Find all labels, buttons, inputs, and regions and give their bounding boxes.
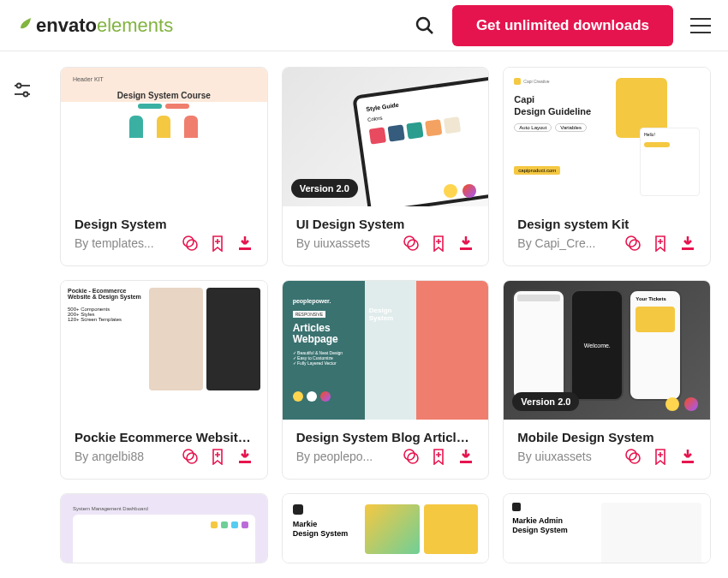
version-badge: Version 2.0 (291, 179, 358, 198)
card-body: Design System By templates... (61, 206, 267, 265)
thumb-title-1: Capi (514, 94, 534, 104)
card-thumbnail: peoplepower. RESPONSIVE ArticlesWebpage … (283, 281, 489, 420)
header: envato elements Get unlimited downloads (0, 0, 728, 51)
card-body: Pockie Ecommerce Website De... By angelb… (61, 420, 267, 479)
bookmark-icon[interactable] (430, 448, 447, 465)
result-card[interactable]: Pockie - Ecommerce Website & Design Syst… (60, 280, 268, 480)
version-badge: Version 2.0 (512, 392, 579, 411)
result-card[interactable]: Markie AdminDesign System (503, 493, 711, 563)
thumb-title-1: Articles (293, 322, 331, 334)
thumb-line: 120+ Screen Templates (68, 317, 142, 322)
svg-rect-25 (239, 461, 251, 463)
result-card[interactable]: Header KIT Design System Course Design S… (60, 67, 268, 266)
svg-rect-15 (460, 247, 472, 250)
thumb-title-1: Markie (293, 520, 318, 528)
download-icon[interactable] (457, 448, 474, 465)
card-thumbnail: Header KIT Design System Course (61, 68, 267, 206)
bookmark-icon[interactable] (652, 235, 669, 252)
similar-icon[interactable] (182, 448, 199, 465)
bookmark-icon[interactable] (209, 448, 226, 465)
thumb-title: System Management Dashboard (73, 506, 255, 511)
result-card[interactable]: Welcome. Your Tickets Version 2.0 Mobile… (503, 280, 711, 480)
thumb-title-1: Markie Admin (512, 516, 563, 525)
download-icon[interactable] (679, 448, 696, 465)
similar-icon[interactable] (624, 448, 641, 465)
thumb-title-2: Design System (293, 529, 349, 538)
card-author[interactable]: By uiuxassets (517, 450, 591, 463)
card-author[interactable]: By peoplepo... (296, 450, 373, 463)
thumb-title-2: Design Guideline (514, 106, 591, 116)
svg-point-0 (417, 18, 429, 30)
card-thumbnail: System Management Dashboard (61, 494, 267, 563)
card-title: Design system Kit (517, 217, 696, 231)
svg-rect-20 (682, 247, 694, 250)
header-right: Get unlimited downloads (415, 5, 711, 46)
leaf-icon (17, 15, 33, 37)
card-thumbnail: MarkieDesign System (283, 494, 489, 563)
logo[interactable]: envato elements (17, 15, 173, 37)
similar-icon[interactable] (182, 235, 199, 252)
thumb-title: Design System Course (117, 91, 211, 100)
filter-icon[interactable] (14, 86, 31, 100)
download-icon[interactable] (236, 235, 254, 252)
content: Header KIT Design System Course Design S… (0, 51, 728, 563)
svg-point-3 (17, 84, 21, 88)
search-icon[interactable] (415, 15, 435, 36)
result-card[interactable]: MarkieDesign System (282, 493, 490, 563)
filter-sidebar (7, 67, 38, 563)
card-body: UI Design System By uiuxassets (283, 206, 489, 265)
download-icon[interactable] (236, 448, 254, 465)
svg-point-5 (24, 92, 28, 97)
card-author[interactable]: By uiuxassets (296, 236, 370, 250)
card-title: Design System (75, 217, 254, 231)
thumb-heading: Pockie - Ecommerce Website & Design Syst… (68, 288, 142, 300)
thumb-tag: Variables (555, 123, 587, 132)
card-thumbnail: Style Guide Colors Version 2.0 (283, 68, 489, 206)
card-title: Design System Blog Article We... (296, 430, 475, 444)
svg-rect-30 (460, 461, 472, 463)
card-title: Pockie Ecommerce Website De... (75, 430, 254, 444)
thumb-tickets: Your Tickets (636, 296, 675, 301)
card-author[interactable]: By Capi_Cre... (517, 236, 595, 250)
bookmark-icon[interactable] (430, 235, 447, 252)
card-title: UI Design System (296, 217, 475, 231)
svg-line-1 (427, 28, 433, 33)
card-body: Design System Blog Article We... By peop… (283, 420, 489, 479)
logo-envato-text: envato (36, 15, 97, 37)
card-body: Design system Kit By Capi_Cre... (504, 206, 710, 265)
thumb-link: capiproduct.com (514, 166, 560, 175)
hamburger-menu-icon[interactable] (690, 18, 711, 33)
download-icon[interactable] (679, 235, 696, 252)
bookmark-icon[interactable] (652, 448, 669, 465)
card-thumbnail: Pockie - Ecommerce Website & Design Syst… (61, 281, 267, 420)
thumb-title-2: Design System (512, 526, 568, 534)
similar-icon[interactable] (403, 448, 420, 465)
similar-icon[interactable] (403, 235, 420, 252)
thumb-brand: peoplepower. (293, 298, 479, 304)
svg-rect-35 (682, 461, 694, 463)
thumb-header-label: Header KIT (68, 74, 260, 84)
card-title: Mobile Design System (517, 430, 696, 444)
card-thumbnail: Capi Creative CapiDesign Guideline Auto … (504, 68, 710, 206)
logo-elements-text: elements (97, 15, 173, 37)
result-card[interactable]: System Management Dashboard (60, 493, 268, 563)
card-thumbnail: Welcome. Your Tickets Version 2.0 (504, 281, 710, 420)
card-author[interactable]: By templates... (75, 236, 154, 250)
results-grid: Header KIT Design System Course Design S… (38, 67, 711, 563)
similar-icon[interactable] (624, 235, 641, 252)
result-card[interactable]: Style Guide Colors Version 2.0 (282, 67, 490, 266)
result-card[interactable]: peoplepower. RESPONSIVE ArticlesWebpage … (282, 280, 490, 480)
download-icon[interactable] (457, 235, 474, 252)
bookmark-icon[interactable] (209, 235, 226, 252)
cta-button[interactable]: Get unlimited downloads (452, 5, 673, 46)
thumb-welcome: Welcome. (570, 289, 624, 401)
card-thumbnail: Markie AdminDesign System (504, 494, 710, 563)
thumb-tag: Auto Layout (514, 123, 552, 132)
thumb-bullet: ✓ Fully Layered Vector (293, 361, 479, 366)
card-author[interactable]: By angelbi88 (75, 450, 144, 463)
result-card[interactable]: Capi Creative CapiDesign Guideline Auto … (503, 67, 711, 266)
card-body: Mobile Design System By uiuxassets (504, 420, 710, 479)
thumb-title-2: Webpage (293, 333, 338, 345)
thumb-badge: RESPONSIVE (293, 311, 326, 318)
svg-rect-10 (239, 247, 251, 250)
